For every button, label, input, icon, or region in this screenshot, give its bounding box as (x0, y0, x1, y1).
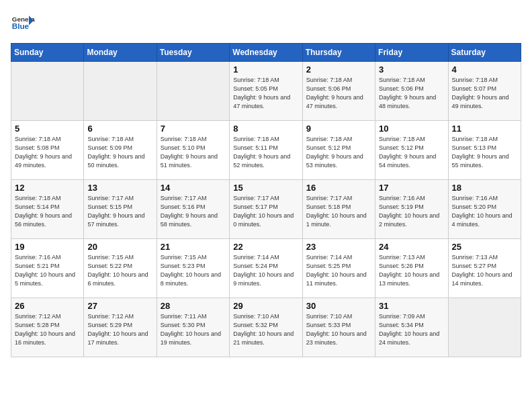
cell-info: Sunrise: 7:13 AM Sunset: 5:27 PM Dayligh… (452, 253, 517, 288)
day-number: 22 (233, 242, 298, 252)
day-number: 20 (87, 242, 152, 252)
cell-info: Sunrise: 7:15 AM Sunset: 5:22 PM Dayligh… (87, 253, 152, 288)
cell-info: Sunrise: 7:18 AM Sunset: 5:06 PM Dayligh… (306, 76, 371, 111)
cell-info: Sunrise: 7:16 AM Sunset: 5:19 PM Dayligh… (379, 194, 444, 229)
day-number: 11 (452, 124, 517, 134)
calendar-cell: 11Sunrise: 7:18 AM Sunset: 5:13 PM Dayli… (448, 121, 521, 180)
calendar-cell (448, 298, 521, 357)
calendar-cell: 17Sunrise: 7:16 AM Sunset: 5:19 PM Dayli… (375, 180, 448, 239)
header-tuesday: Tuesday (157, 44, 229, 62)
calendar-body: 1Sunrise: 7:18 AM Sunset: 5:05 PM Daylig… (11, 62, 521, 357)
cell-info: Sunrise: 7:09 AM Sunset: 5:34 PM Dayligh… (379, 312, 444, 347)
cell-info: Sunrise: 7:15 AM Sunset: 5:23 PM Dayligh… (161, 253, 226, 288)
header-friday: Friday (375, 44, 448, 62)
calendar-cell: 16Sunrise: 7:17 AM Sunset: 5:18 PM Dayli… (302, 180, 375, 239)
day-number: 2 (306, 64, 371, 75)
cell-info: Sunrise: 7:11 AM Sunset: 5:30 PM Dayligh… (161, 312, 226, 347)
calendar-cell: 25Sunrise: 7:13 AM Sunset: 5:27 PM Dayli… (448, 239, 521, 298)
cell-info: Sunrise: 7:18 AM Sunset: 5:06 PM Dayligh… (379, 76, 444, 111)
calendar-cell: 22Sunrise: 7:14 AM Sunset: 5:24 PM Dayli… (230, 239, 302, 298)
calendar-cell: 1Sunrise: 7:18 AM Sunset: 5:05 PM Daylig… (230, 62, 302, 121)
cell-info: Sunrise: 7:17 AM Sunset: 5:15 PM Dayligh… (87, 194, 152, 229)
day-number: 13 (87, 183, 152, 193)
day-number: 1 (233, 64, 298, 75)
day-number: 28 (161, 301, 226, 311)
day-number: 5 (15, 124, 80, 134)
week-row-2: 5Sunrise: 7:18 AM Sunset: 5:08 PM Daylig… (11, 121, 521, 180)
week-row-4: 19Sunrise: 7:16 AM Sunset: 5:21 PM Dayli… (11, 239, 521, 298)
calendar-cell: 27Sunrise: 7:12 AM Sunset: 5:29 PM Dayli… (84, 298, 157, 357)
day-number: 24 (379, 242, 444, 252)
calendar-cell: 15Sunrise: 7:17 AM Sunset: 5:17 PM Dayli… (230, 180, 302, 239)
cell-info: Sunrise: 7:10 AM Sunset: 5:32 PM Dayligh… (233, 312, 298, 347)
day-number: 26 (15, 301, 80, 311)
calendar-cell: 2Sunrise: 7:18 AM Sunset: 5:06 PM Daylig… (302, 62, 375, 121)
cell-info: Sunrise: 7:18 AM Sunset: 5:08 PM Dayligh… (15, 135, 80, 170)
cell-info: Sunrise: 7:17 AM Sunset: 5:18 PM Dayligh… (306, 194, 371, 229)
calendar-cell: 12Sunrise: 7:18 AM Sunset: 5:14 PM Dayli… (11, 180, 84, 239)
calendar-cell: 24Sunrise: 7:13 AM Sunset: 5:26 PM Dayli… (375, 239, 448, 298)
calendar-cell: 13Sunrise: 7:17 AM Sunset: 5:15 PM Dayli… (84, 180, 157, 239)
logo: General Blue (11, 11, 35, 35)
calendar-cell (157, 62, 229, 121)
week-row-5: 26Sunrise: 7:12 AM Sunset: 5:28 PM Dayli… (11, 298, 521, 357)
calendar-cell: 10Sunrise: 7:18 AM Sunset: 5:12 PM Dayli… (375, 121, 448, 180)
day-number: 4 (452, 64, 517, 75)
calendar-cell: 3Sunrise: 7:18 AM Sunset: 5:06 PM Daylig… (375, 62, 448, 121)
cell-info: Sunrise: 7:18 AM Sunset: 5:11 PM Dayligh… (233, 135, 298, 170)
day-number: 21 (161, 242, 226, 252)
cell-info: Sunrise: 7:18 AM Sunset: 5:12 PM Dayligh… (379, 135, 444, 170)
cell-info: Sunrise: 7:16 AM Sunset: 5:20 PM Dayligh… (452, 194, 517, 229)
day-number: 17 (379, 183, 444, 193)
cell-info: Sunrise: 7:18 AM Sunset: 5:13 PM Dayligh… (452, 135, 517, 170)
calendar-cell: 19Sunrise: 7:16 AM Sunset: 5:21 PM Dayli… (11, 239, 84, 298)
calendar-cell: 21Sunrise: 7:15 AM Sunset: 5:23 PM Dayli… (157, 239, 229, 298)
calendar-cell: 23Sunrise: 7:14 AM Sunset: 5:25 PM Dayli… (302, 239, 375, 298)
cell-info: Sunrise: 7:18 AM Sunset: 5:05 PM Dayligh… (233, 76, 298, 111)
calendar-cell: 4Sunrise: 7:18 AM Sunset: 5:07 PM Daylig… (448, 62, 521, 121)
cell-info: Sunrise: 7:16 AM Sunset: 5:21 PM Dayligh… (15, 253, 80, 288)
day-number: 16 (306, 183, 371, 193)
header-thursday: Thursday (302, 44, 375, 62)
day-number: 27 (87, 301, 152, 311)
calendar-cell: 28Sunrise: 7:11 AM Sunset: 5:30 PM Dayli… (157, 298, 229, 357)
cell-info: Sunrise: 7:18 AM Sunset: 5:07 PM Dayligh… (452, 76, 517, 111)
cell-info: Sunrise: 7:14 AM Sunset: 5:25 PM Dayligh… (306, 253, 371, 288)
calendar-cell: 9Sunrise: 7:18 AM Sunset: 5:12 PM Daylig… (302, 121, 375, 180)
cell-info: Sunrise: 7:13 AM Sunset: 5:26 PM Dayligh… (379, 253, 444, 288)
day-number: 18 (452, 183, 517, 193)
calendar-cell: 18Sunrise: 7:16 AM Sunset: 5:20 PM Dayli… (448, 180, 521, 239)
cell-info: Sunrise: 7:14 AM Sunset: 5:24 PM Dayligh… (233, 253, 298, 288)
calendar-cell: 30Sunrise: 7:10 AM Sunset: 5:33 PM Dayli… (302, 298, 375, 357)
header-wednesday: Wednesday (230, 44, 302, 62)
calendar-cell: 8Sunrise: 7:18 AM Sunset: 5:11 PM Daylig… (230, 121, 302, 180)
cell-info: Sunrise: 7:17 AM Sunset: 5:17 PM Dayligh… (233, 194, 298, 229)
day-number: 19 (15, 242, 80, 252)
header-monday: Monday (84, 44, 157, 62)
day-number: 12 (15, 183, 80, 193)
cell-info: Sunrise: 7:17 AM Sunset: 5:16 PM Dayligh… (161, 194, 226, 229)
cell-info: Sunrise: 7:12 AM Sunset: 5:28 PM Dayligh… (15, 312, 80, 347)
calendar-cell: 26Sunrise: 7:12 AM Sunset: 5:28 PM Dayli… (11, 298, 84, 357)
day-number: 14 (161, 183, 226, 193)
cell-info: Sunrise: 7:18 AM Sunset: 5:14 PM Dayligh… (15, 194, 80, 229)
calendar-cell: 5Sunrise: 7:18 AM Sunset: 5:08 PM Daylig… (11, 121, 84, 180)
day-number: 6 (87, 124, 152, 134)
week-row-1: 1Sunrise: 7:18 AM Sunset: 5:05 PM Daylig… (11, 62, 521, 121)
days-header-row: Sunday Monday Tuesday Wednesday Thursday… (11, 44, 521, 62)
day-number: 30 (306, 301, 371, 311)
calendar-cell: 31Sunrise: 7:09 AM Sunset: 5:34 PM Dayli… (375, 298, 448, 357)
page-header: General Blue (11, 11, 521, 35)
cell-info: Sunrise: 7:10 AM Sunset: 5:33 PM Dayligh… (306, 312, 371, 347)
day-number: 29 (233, 301, 298, 311)
day-number: 31 (379, 301, 444, 311)
week-row-3: 12Sunrise: 7:18 AM Sunset: 5:14 PM Dayli… (11, 180, 521, 239)
cell-info: Sunrise: 7:18 AM Sunset: 5:10 PM Dayligh… (161, 135, 226, 170)
day-number: 7 (161, 124, 226, 134)
cell-info: Sunrise: 7:18 AM Sunset: 5:09 PM Dayligh… (87, 135, 152, 170)
calendar-cell (11, 62, 84, 121)
day-number: 8 (233, 124, 298, 134)
header-sunday: Sunday (11, 44, 84, 62)
calendar-cell (84, 62, 157, 121)
day-number: 25 (452, 242, 517, 252)
